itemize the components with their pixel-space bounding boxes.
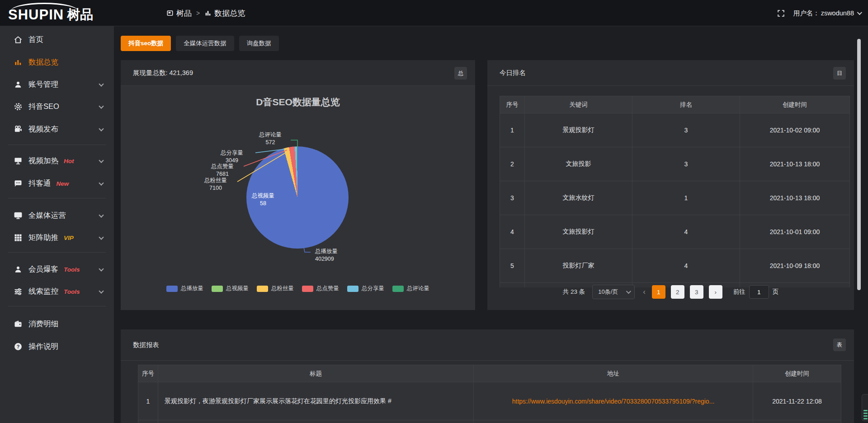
sidebar-item-video-publish[interactable]: 视频发布 <box>0 118 114 141</box>
user-menu[interactable]: 用户名：zswodun88 <box>793 9 861 18</box>
ranking-panel-header: 今日排名 日 <box>487 60 854 86</box>
hot-badge: Hot <box>64 158 74 164</box>
page-button-1[interactable]: 1 <box>652 285 665 299</box>
sidebar-item-label: 全媒体运营 <box>28 211 66 221</box>
sidebar-item-lead-monitor[interactable]: 线索监控 Tools <box>0 280 114 303</box>
legend-item-plays[interactable]: 总播放量 <box>166 285 203 292</box>
new-badge: New <box>57 180 69 187</box>
data-tabs: 抖音seo数据 全媒体运营数据 询盘数据 <box>121 36 279 51</box>
legend-label: 总评论量 <box>407 285 429 292</box>
breadcrumb-current[interactable]: 数据总览 <box>204 8 245 19</box>
column-header: 排名 <box>632 96 740 113</box>
sidebar-item-member-burst[interactable]: 会员爆客 Tools <box>0 258 114 281</box>
chevron-down-icon <box>99 266 104 271</box>
next-page-button[interactable]: › <box>709 285 722 299</box>
bar-chart-icon <box>14 58 23 67</box>
day-view-button[interactable]: 日 <box>833 67 846 80</box>
table-row: 2 文旅投影 3 2021-10-13 18:00 <box>500 147 849 181</box>
sidebar-item-matrix-boost[interactable]: 矩阵助推 VIP <box>0 226 114 249</box>
sidebar-item-label: 矩阵助推 <box>28 233 58 243</box>
legend-swatch <box>166 286 178 292</box>
sidebar-item-label: 数据总览 <box>28 57 58 67</box>
cell-index: 4 <box>500 215 525 249</box>
legend-item-fans[interactable]: 总粉丝量 <box>257 285 294 292</box>
table-row: 1 景观投影灯，夜游景观投影灯厂家展示展示落花灯在花园里的灯光投影应用效果 # … <box>138 382 841 420</box>
breadcrumb-root-label: 树品 <box>176 8 192 19</box>
legend-label: 总视频量 <box>226 285 249 292</box>
table-header-row: 序号 关键词 排名 创建时间 <box>500 96 849 113</box>
chevron-down-icon <box>99 81 104 86</box>
pie-label-shares: 总分享量 3049 <box>212 149 252 164</box>
chevron-down-icon <box>99 180 104 185</box>
sidebar-divider <box>8 145 106 145</box>
question-circle-icon: ? <box>14 342 23 351</box>
report-table: 序号 标题 地址 创建时间 1 景观投影灯，夜游景观投影灯厂家展示展示落花灯在花… <box>138 365 841 423</box>
table-view-button[interactable]: 表 <box>833 338 846 351</box>
sidebar-item-home[interactable]: 首页 <box>0 28 114 51</box>
sidebar-divider <box>8 198 106 198</box>
tools-badge: Tools <box>64 288 80 295</box>
table-row-partial <box>138 420 841 423</box>
vip-badge: VIP <box>64 235 74 241</box>
sidebar-item-label: 会员爆客 <box>28 264 58 274</box>
chevron-down-icon <box>99 288 104 293</box>
floating-widget[interactable] <box>862 394 868 421</box>
legend-swatch <box>302 286 313 292</box>
pie-label-value: 7100 <box>195 184 236 192</box>
cell-rank: 1 <box>632 181 740 215</box>
video-link[interactable]: https://www.iesdouyin.com/share/video/70… <box>512 398 715 405</box>
breadcrumb-root[interactable]: 树品 <box>166 8 192 19</box>
sidebar-item-label: 账号管理 <box>28 80 58 89</box>
column-header: 序号 <box>138 365 158 382</box>
username-label: 用户名： <box>793 9 820 18</box>
tab-media-operation-data[interactable]: 全媒体运营数据 <box>176 36 234 51</box>
widget-stripe <box>863 415 868 417</box>
sidebar-item-douyin-seo[interactable]: 抖音SEO <box>0 95 114 118</box>
sidebar-item-account[interactable]: 账号管理 <box>0 73 114 96</box>
column-header: 关键词 <box>525 96 632 113</box>
pie-chart-title: D音SEO数据量总览 <box>121 96 475 108</box>
legend-item-shares[interactable]: 总分享量 <box>347 285 384 292</box>
tab-inquiry-data[interactable]: 询盘数据 <box>239 36 279 51</box>
sidebar-item-label: 首页 <box>28 35 43 45</box>
pie-label-value: 572 <box>250 139 291 146</box>
cell-created-time: 2021-10-13 18:00 <box>740 147 849 181</box>
legend-item-likes[interactable]: 总点赞量 <box>302 285 339 292</box>
total-view-button[interactable]: 总 <box>454 67 467 80</box>
legend-label: 总粉丝量 <box>271 285 294 292</box>
sidebar-item-consumption[interactable]: 消费明细 <box>0 313 114 335</box>
breadcrumb-separator: > <box>196 9 200 17</box>
tab-douyin-seo-data[interactable]: 抖音seo数据 <box>121 36 171 51</box>
impressions-total-title: 展现量总数: 421,369 <box>133 60 193 86</box>
pie-label-name: 总粉丝量 <box>195 177 236 184</box>
page-scrollbar[interactable] <box>857 39 861 290</box>
pie-label-name: 总分享量 <box>212 149 252 157</box>
page-button-3[interactable]: 3 <box>690 285 703 299</box>
sidebar-divider <box>8 252 106 253</box>
sidebar-item-data-overview[interactable]: 数据总览 <box>0 51 114 74</box>
cell-keyword: 文旅投影 <box>525 147 632 181</box>
goto-page-input[interactable] <box>749 285 769 299</box>
legend-swatch <box>392 286 404 292</box>
sidebar-item-label: 抖音SEO <box>28 102 59 112</box>
sidebar-item-help[interactable]: ? 操作说明 <box>0 335 114 358</box>
sidebar-item-media-operation[interactable]: 全媒体运营 <box>0 204 114 227</box>
legend-item-comments[interactable]: 总评论量 <box>392 285 429 292</box>
fullscreen-icon[interactable] <box>777 9 785 18</box>
sidebar-item-video-heat[interactable]: 视频加热 Hot <box>0 150 114 172</box>
legend-swatch <box>257 286 268 292</box>
page-button-2[interactable]: 2 <box>671 285 684 299</box>
chevron-down-icon <box>99 235 104 240</box>
user-icon <box>14 265 23 274</box>
sidebar-item-douketong[interactable]: 抖客通 New <box>0 172 114 195</box>
page-size-select[interactable]: 10条/页 <box>592 285 635 299</box>
legend-label: 总分享量 <box>362 285 384 292</box>
cell-created-time: 2021-10-01 09:00 <box>740 215 849 249</box>
user-icon <box>14 80 23 89</box>
sidebar-item-label: 抖客通 <box>28 179 51 188</box>
column-header: 序号 <box>500 96 525 113</box>
legend-item-videos[interactable]: 总视频量 <box>212 285 249 292</box>
pie-chart-area: D音SEO数据量总览 总评论量 572 总分享量 3049 总点赞量 7681 … <box>121 86 475 310</box>
svg-text:?: ? <box>17 344 20 349</box>
prev-page-button[interactable]: ‹ <box>643 287 646 296</box>
